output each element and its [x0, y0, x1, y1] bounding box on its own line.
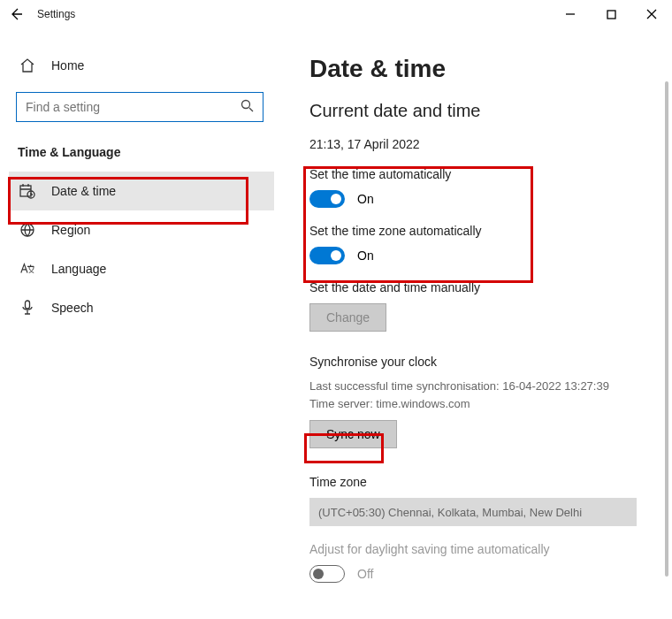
close-button[interactable] — [631, 0, 672, 28]
microphone-icon — [18, 298, 37, 317]
sidebar-item-region[interactable]: Region — [9, 210, 274, 249]
svg-rect-5 — [26, 301, 30, 309]
sidebar-item-label: Speech — [51, 301, 93, 315]
auto-time-toggle[interactable] — [309, 190, 345, 208]
globe-icon — [18, 220, 37, 240]
sidebar-item-label: Date & time — [51, 184, 116, 198]
current-datetime: 21:13, 17 April 2022 — [309, 137, 654, 151]
manual-time-label: Set the date and time manually — [309, 280, 654, 294]
page-title: Date & time — [309, 55, 654, 83]
dst-state: Off — [357, 567, 373, 581]
dst-toggle — [309, 565, 345, 583]
dst-label: Adjust for daylight saving time automati… — [309, 542, 654, 556]
timezone-value: (UTC+05:30) Chennai, Kolkata, Mumbai, Ne… — [318, 506, 582, 519]
sidebar-item-label: Region — [51, 223, 90, 237]
search-icon — [241, 99, 254, 116]
vertical-scrollbar[interactable] — [663, 81, 670, 603]
search-field[interactable] — [26, 100, 241, 114]
titlebar: Settings — [0, 0, 672, 28]
back-button[interactable] — [0, 0, 32, 28]
auto-tz-toggle[interactable] — [309, 247, 345, 264]
timezone-select[interactable]: (UTC+05:30) Chennai, Kolkata, Mumbai, Ne… — [309, 498, 637, 526]
sidebar-item-date-time[interactable]: Date & time — [9, 172, 274, 210]
maximize-icon — [607, 10, 616, 19]
sidebar-item-label: Language — [51, 262, 106, 276]
change-button: Change — [309, 303, 386, 332]
svg-rect-0 — [607, 11, 615, 19]
auto-time-label: Set the time automatically — [309, 167, 654, 181]
home-icon — [18, 56, 37, 75]
page-subtitle: Current date and time — [309, 101, 654, 121]
auto-tz-label: Set the time zone automatically — [309, 224, 654, 238]
minimize-button[interactable] — [550, 0, 591, 28]
sidebar: Home Time & Language Date & time Region … — [0, 28, 283, 619]
minimize-icon — [565, 9, 576, 19]
sidebar-group-label: Time & Language — [9, 141, 274, 172]
sync-label: Synchronise your clock — [309, 355, 654, 369]
sidebar-home-label: Home — [51, 58, 84, 73]
search-input[interactable] — [16, 92, 263, 122]
timezone-label: Time zone — [309, 475, 654, 489]
arrow-left-icon — [9, 7, 23, 21]
app-title: Settings — [37, 8, 75, 20]
language-icon — [18, 259, 37, 279]
maximize-button[interactable] — [591, 0, 631, 28]
calendar-clock-icon — [18, 181, 37, 201]
sync-now-button[interactable]: Sync now — [309, 420, 397, 448]
sidebar-item-speech[interactable]: Speech — [9, 288, 274, 327]
sync-server-line: Time server: time.windows.com — [309, 395, 654, 413]
auto-time-state: On — [357, 192, 374, 206]
auto-tz-state: On — [357, 248, 374, 263]
close-icon — [646, 9, 657, 19]
sync-last-line: Last successful time synchronisation: 16… — [309, 378, 654, 395]
svg-point-1 — [242, 100, 250, 108]
content-pane: Date & time Current date and time 21:13,… — [283, 28, 672, 619]
sidebar-item-language[interactable]: Language — [9, 249, 274, 288]
sidebar-home[interactable]: Home — [9, 46, 274, 85]
